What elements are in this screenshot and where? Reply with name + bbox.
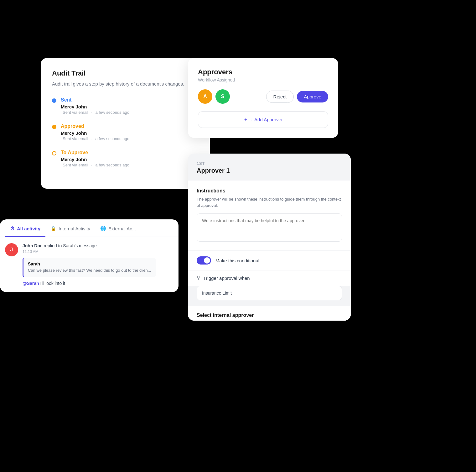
trigger-row: ⑂ Trigger approval when bbox=[188, 270, 351, 286]
lock-icon: 🔒 bbox=[50, 226, 56, 231]
timeline-name-approved: Mercy John bbox=[61, 130, 131, 136]
approve-button[interactable]: Approve bbox=[297, 91, 328, 102]
instructions-section: Instructions The approver will be shown … bbox=[188, 181, 351, 250]
activity-tabs: ⏱ All activity 🔒 Internal Activity 🌐 Ext… bbox=[0, 219, 178, 237]
audit-trail-card: Audit Trail Audit trail gives a step by … bbox=[41, 58, 210, 189]
avatar-a: A bbox=[198, 89, 212, 104]
timeline-name-sent: Mercy John bbox=[61, 104, 131, 109]
trigger-icon: ⑂ bbox=[197, 275, 200, 281]
approvers-row: A S Reject Approve bbox=[198, 89, 328, 104]
plus-icon: ＋ bbox=[243, 117, 248, 123]
audit-trail-subtitle: Audit trail gives a step by step history… bbox=[52, 81, 199, 88]
trigger-label: Trigger approval when bbox=[203, 275, 250, 281]
insurance-field[interactable]: Insurance Limit bbox=[197, 286, 342, 300]
conditional-row: Make this conditional bbox=[188, 250, 351, 270]
message-time: 11.10 AM bbox=[23, 249, 156, 254]
quoted-message: Sarah Can we please review this fast? We… bbox=[23, 258, 156, 277]
approver-order: 1ST bbox=[197, 161, 342, 166]
reply-text: @Sarah I'll look into it bbox=[23, 281, 156, 286]
reject-button[interactable]: Reject bbox=[266, 91, 294, 103]
clock-icon: ⏱ bbox=[10, 226, 15, 231]
approver-settings-panel: 1ST Approver 1 Instructions The approver… bbox=[188, 154, 351, 321]
tab-external-activity[interactable]: 🌐 External Ac... bbox=[95, 219, 141, 237]
approvers-card: Approvers Workflow Assigned A S Reject A… bbox=[188, 58, 338, 138]
timeline-dot-sent bbox=[52, 98, 56, 103]
conditional-label: Make this conditional bbox=[215, 258, 259, 263]
avatar-s: S bbox=[215, 89, 230, 104]
timeline-dot-to-approve bbox=[52, 151, 56, 155]
tab-all-activity[interactable]: ⏱ All activity bbox=[5, 219, 45, 237]
user-avatar: J bbox=[5, 243, 18, 256]
timeline-item-sent: Sent Mercy John Sent via email · a few s… bbox=[52, 97, 199, 115]
timeline-meta-to-approve: Sent via email · a few seconds ago bbox=[61, 163, 131, 167]
approver-header: 1ST Approver 1 bbox=[188, 154, 351, 181]
select-approver-section: Select internal approver bbox=[188, 306, 351, 321]
approvers-title: Approvers bbox=[198, 68, 328, 76]
timeline-item-to-approve: To Approve Mercy John Sent via email · a… bbox=[52, 150, 199, 167]
activity-card: ⏱ All activity 🔒 Internal Activity 🌐 Ext… bbox=[0, 219, 178, 292]
activity-body: J John Doe replied to Sarah's message 11… bbox=[0, 237, 178, 292]
audit-trail-title: Audit Trail bbox=[52, 69, 199, 77]
workflow-label: Workflow Assigned bbox=[198, 77, 328, 82]
timeline-name-to-approve: Mercy John bbox=[61, 157, 131, 162]
activity-message: J John Doe replied to Sarah's message 11… bbox=[5, 243, 173, 286]
approver-name-title: Approver 1 bbox=[197, 167, 342, 174]
timeline-status-to-approve: To Approve bbox=[61, 150, 131, 155]
timeline-status-approved: Approved bbox=[61, 123, 131, 129]
add-approver-button[interactable]: ＋ + Add Approver bbox=[198, 111, 328, 128]
timeline-meta-sent: Sent via email · a few seconds ago bbox=[61, 110, 131, 115]
timeline-status-sent: Sent bbox=[61, 97, 131, 103]
timeline-meta-approved: Sent via email · a few seconds ago bbox=[61, 136, 131, 141]
globe-icon: 🌐 bbox=[100, 226, 106, 231]
instructions-desc: The approver will be shown these instruc… bbox=[197, 196, 342, 208]
select-approver-label: Select internal approver bbox=[197, 312, 342, 318]
instructions-label: Instructions bbox=[197, 188, 342, 194]
timeline-dot-approved bbox=[52, 125, 56, 129]
conditional-toggle[interactable] bbox=[197, 256, 211, 265]
message-header: John Doe replied to Sarah's message bbox=[23, 243, 156, 248]
tab-internal-activity[interactable]: 🔒 Internal Activity bbox=[45, 219, 95, 237]
timeline-item-approved: Approved Mercy John Sent via email · a f… bbox=[52, 123, 199, 141]
instructions-textarea[interactable] bbox=[197, 213, 342, 242]
